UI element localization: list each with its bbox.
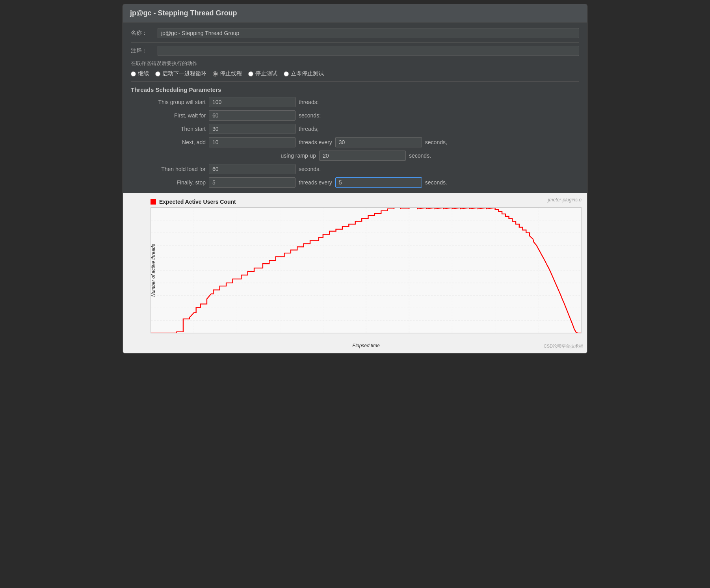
params-grid: This group will start threads: First, wa… [131, 97, 579, 188]
unit-hold: seconds. [299, 166, 321, 172]
radio-next-loop[interactable]: 启动下一进程循环 [155, 70, 206, 77]
comment-input[interactable] [158, 46, 579, 56]
comment-label: 注释： [131, 47, 154, 54]
input-next-add[interactable] [209, 137, 296, 147]
param-row-rampup: using ramp-up seconds. [135, 151, 579, 161]
radio-row: 继续 启动下一进程循环 停止线程 停止测试 立即停止测试 [131, 70, 579, 77]
param-row-hold: Then hold load for seconds. [135, 164, 579, 174]
label-start-threads: This group will start [135, 99, 206, 105]
input-then-start[interactable] [209, 124, 296, 134]
unit-threads-every: threads every [299, 139, 332, 145]
unit-stop-seconds: seconds. [425, 179, 447, 186]
radio-continue[interactable]: 继续 [131, 70, 149, 77]
radio-stop-thread[interactable]: 停止线程 [213, 70, 242, 77]
chart-svg: 0 10 20 30 40 50 60 70 80 90 100 00:00:0… [151, 207, 582, 333]
label-next-add: Next, add [135, 139, 206, 145]
action-label: 在取样器错误后要执行的动作 [131, 60, 579, 67]
name-input[interactable] [158, 28, 579, 38]
unit-seconds-comma: seconds, [425, 139, 447, 145]
chart-area: Expected Active Users Count jmeter-plugi… [123, 193, 587, 353]
title-bar: jp@gc - Stepping Thread Group [123, 4, 587, 22]
name-row: 名称： [131, 28, 579, 38]
param-row-then-start: Then start threads; [135, 124, 579, 134]
jmeter-watermark: jmeter-plugins.o [548, 197, 582, 203]
x-axis-label: Elapsed time [352, 343, 379, 348]
bottom-watermark: CSD论稀罕金技术栏 [544, 343, 583, 349]
main-container: jp@gc - Stepping Thread Group 名称： 注释： 在取… [123, 4, 587, 354]
chart-title: Expected Active Users Count [159, 199, 236, 205]
comment-row: 注释： [131, 46, 579, 56]
label-stop: Finally, stop [135, 179, 206, 186]
param-row-wait: First, wait for seconds; [135, 110, 579, 121]
input-rampup[interactable] [319, 151, 406, 161]
radio-stop-test[interactable]: 停止测试 [248, 70, 277, 77]
input-threads-every[interactable] [335, 137, 422, 147]
label-then-start: Then start [135, 126, 206, 132]
param-row-stop: Finally, stop threads every seconds. [135, 177, 579, 188]
form-section: 名称： 注释： 在取样器错误后要执行的动作 继续 启动下一进程循环 停止线程 停… [123, 22, 587, 193]
chart-title-row: Expected Active Users Count [151, 199, 582, 205]
label-wait: First, wait for [135, 112, 206, 119]
radio-stop-now[interactable]: 立即停止测试 [284, 70, 324, 77]
unit-start-threads: threads: [299, 99, 319, 105]
input-start-threads[interactable] [209, 97, 296, 107]
label-rampup: using ramp-up [269, 153, 316, 159]
chart-wrapper: Number of active threads [151, 207, 582, 333]
name-label: 名称： [131, 30, 154, 37]
unit-wait: seconds; [299, 112, 321, 119]
label-hold: Then hold load for [135, 166, 206, 172]
chart-legend-box [151, 199, 156, 205]
unit-threads-every-stop: threads every [299, 179, 332, 186]
input-stop-every[interactable] [335, 177, 422, 188]
window-title: jp@gc - Stepping Thread Group [130, 9, 237, 17]
unit-then-start: threads; [299, 126, 319, 132]
param-row-start-threads: This group will start threads: [135, 97, 579, 107]
unit-rampup: seconds. [409, 153, 431, 159]
param-row-next-add: Next, add threads every seconds, [135, 137, 579, 147]
input-wait[interactable] [209, 110, 296, 121]
y-axis-label: Number of active threads [151, 244, 156, 297]
input-stop[interactable] [209, 177, 296, 188]
input-hold[interactable] [209, 164, 296, 174]
scheduling-title: Threads Scheduling Parameters [131, 86, 579, 93]
